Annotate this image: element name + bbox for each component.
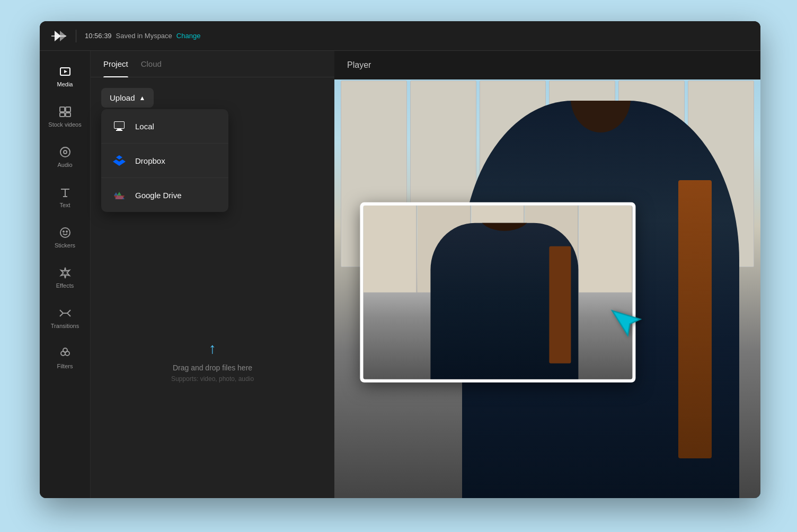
upload-button[interactable]: Upload ▲: [101, 88, 154, 108]
sidebar-label-stickers: Stickers: [55, 242, 75, 249]
google-drive-icon: [112, 188, 127, 202]
svg-marker-2: [64, 70, 67, 73]
logo-icon: [50, 28, 67, 45]
drop-zone[interactable]: ↑ Drag and drop files here Supports: vid…: [171, 340, 254, 383]
sidebar-label-stock: Stock videos: [48, 121, 81, 128]
svg-rect-18: [116, 130, 122, 131]
sidebar-item-stock-videos[interactable]: Stock videos: [44, 97, 86, 136]
chevron-up-icon: ▲: [139, 94, 146, 102]
svg-point-11: [66, 231, 67, 232]
upload-dropbox[interactable]: Dropbox: [101, 144, 228, 178]
svg-rect-4: [66, 107, 70, 112]
panel-tabs: Project Cloud: [91, 51, 334, 77]
header-saved: Saved in Myspace: [116, 32, 172, 40]
svg-point-9: [60, 228, 70, 237]
sidebar-item-text[interactable]: Text: [44, 178, 86, 216]
drop-text: Drag and drop files here: [171, 363, 254, 372]
sidebar: Media Stock videos Audio: [40, 51, 91, 498]
main-layout: Media Stock videos Audio: [40, 51, 760, 498]
svg-rect-19: [114, 122, 124, 128]
sidebar-label-filters: Filters: [57, 363, 73, 369]
main-photo-frame: [360, 202, 635, 383]
monitor-icon: [112, 119, 127, 134]
sidebar-item-effects[interactable]: Effects: [44, 259, 86, 297]
tab-project[interactable]: Project: [103, 51, 128, 77]
svg-point-8: [64, 150, 67, 154]
upload-local[interactable]: Local: [101, 109, 228, 144]
dropbox-icon: [112, 153, 127, 168]
header-info: 10:56:39 Saved in Myspace Change: [85, 32, 200, 40]
sidebar-item-media[interactable]: Media: [44, 57, 86, 95]
svg-rect-3: [60, 107, 65, 112]
svg-point-15: [63, 348, 67, 352]
main-photo-inner: [363, 206, 632, 379]
upload-dropdown: Local Dropbox: [101, 109, 228, 212]
upload-google-drive[interactable]: Google Drive: [101, 178, 228, 212]
sidebar-item-stickers[interactable]: Stickers: [44, 218, 86, 256]
player-area: Player: [334, 51, 760, 498]
sidebar-label-text: Text: [59, 202, 70, 208]
app-window: 10:56:39 Saved in Myspace Change Media: [40, 21, 760, 498]
upload-arrow-icon: ↑: [171, 340, 254, 357]
player-title: Player: [334, 51, 760, 79]
tab-cloud[interactable]: Cloud: [141, 51, 162, 77]
content-area: Project Cloud Upload ▲: [91, 51, 760, 498]
sidebar-label-transitions: Transitions: [51, 323, 79, 329]
sidebar-item-audio[interactable]: Audio: [44, 138, 86, 176]
guitar-large: [678, 180, 712, 458]
musician-figure-photo: [430, 223, 578, 379]
svg-rect-5: [60, 113, 65, 117]
dropbox-label: Dropbox: [135, 156, 165, 165]
svg-rect-6: [66, 113, 70, 117]
drop-sub: Supports: video, photo, audio: [171, 375, 254, 383]
upload-label: Upload: [110, 93, 135, 102]
sidebar-label-media: Media: [57, 81, 73, 87]
header-divider: [76, 30, 76, 42]
header-time: 10:56:39: [85, 32, 112, 40]
sidebar-label-audio: Audio: [57, 162, 72, 168]
sidebar-item-transitions[interactable]: Transitions: [44, 299, 86, 337]
left-panel: Project Cloud Upload ▲: [91, 51, 334, 498]
change-link[interactable]: Change: [176, 32, 201, 40]
local-label: Local: [135, 122, 154, 131]
svg-point-10: [63, 231, 64, 232]
musician-head-large: [570, 101, 631, 132]
player-content: [334, 79, 760, 498]
musician-head-photo: [479, 223, 530, 231]
sidebar-label-effects: Effects: [56, 282, 74, 289]
sidebar-item-filters[interactable]: Filters: [44, 339, 86, 377]
guitar-photo: [549, 246, 571, 363]
header: 10:56:39 Saved in Myspace Change: [40, 21, 760, 51]
upload-section: Upload ▲: [91, 77, 334, 118]
google-drive-label: Google Drive: [135, 191, 182, 200]
